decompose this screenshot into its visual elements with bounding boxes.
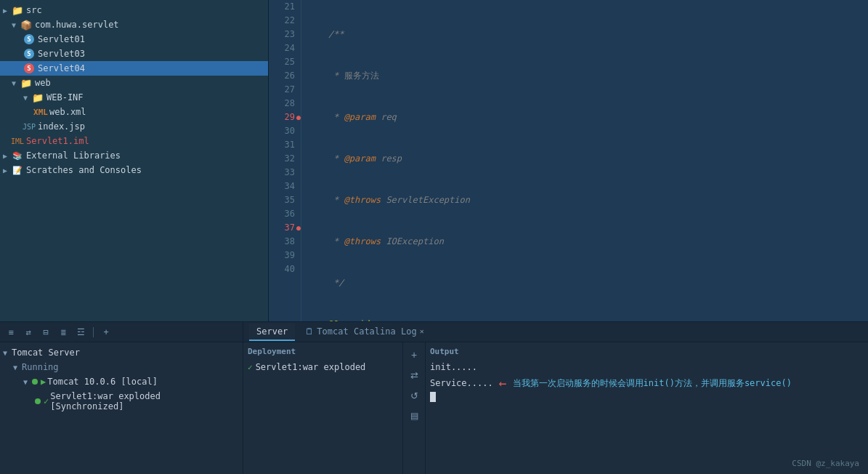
sidebar-item-webinf[interactable]: ▼ 📁 WEB-INF — [0, 90, 268, 105]
tab-server[interactable]: Server — [249, 324, 295, 341]
more-btn[interactable]: ☲ — [74, 326, 87, 339]
sort-btn[interactable]: ⇄ — [22, 326, 35, 339]
deploy-refresh-btn[interactable]: ↺ — [406, 387, 422, 403]
tomcat-version-label: Tomcat 10.0.6 [local] — [47, 377, 158, 387]
output-line-2: Service..... — [430, 377, 493, 390]
add-btn[interactable]: + — [100, 326, 113, 339]
output-text: init..... Service..... ← 当我第一次启动服务的时候会调用… — [430, 361, 864, 403]
ln-22: 22 — [275, 14, 295, 28]
folder-icon: 📁 — [32, 92, 44, 103]
sidebar-item-extlibs[interactable]: ▶ 📚 External Libraries — [0, 148, 268, 163]
ln-24: 24 — [275, 41, 295, 55]
deploy-sync-btn[interactable]: ⇄ — [406, 367, 422, 383]
sidebar-item-indexjsp[interactable]: JSP index.jsp — [0, 119, 268, 134]
deployment-panel: Deployment ✓ Servlet1:war exploded — [243, 342, 403, 474]
deployment-label: Servlet1:war exploded [Synchronized] — [50, 391, 237, 411]
ln-29: 29 — [275, 111, 295, 124]
deployment-list-item: ✓ Servlet1:war exploded — [248, 361, 398, 374]
bottom-panel: ≡ ⇄ ⊟ ≣ ☲ + ▼ Tomcat Server ▼ Running — [0, 321, 868, 474]
output-line-1: init..... — [430, 361, 864, 374]
scratch-icon: 📝 — [12, 164, 23, 176]
tomcat-instance[interactable]: ▼ ▶ Tomcat 10.0.6 [local] — [0, 374, 243, 389]
code-line-21: /** — [307, 28, 862, 41]
tab-server-label: Server — [256, 326, 288, 337]
deploy-status-dot — [35, 398, 41, 404]
iml-icon: IML — [12, 135, 23, 147]
sidebar-label-src: src — [26, 5, 42, 15]
sidebar-item-servlet03[interactable]: S Servlet03 — [0, 47, 268, 61]
sidebar-item-servlet01[interactable]: S Servlet01 — [0, 32, 268, 47]
line-numbers: 21 22 23 24 25 26 27 28 29 30 31 32 33 3… — [269, 0, 301, 321]
panel-toolbar: ≡ ⇄ ⊟ ≣ ☲ + — [0, 322, 243, 342]
ln-35: 35 — [275, 193, 295, 207]
output-header: Output — [430, 347, 864, 356]
folder-icon: 📁 — [20, 77, 32, 89]
filter-btn[interactable]: ≣ — [57, 326, 70, 339]
deploy-add-btn[interactable]: + — [406, 347, 422, 363]
tomcat-server-root[interactable]: ▼ Tomcat Server — [0, 345, 243, 360]
chevron-icon: ▼ — [12, 79, 19, 87]
deploy-check-icon: ✓ — [44, 396, 49, 406]
sidebar-item-iml[interactable]: IML Servlet1.iml — [0, 134, 268, 148]
deployment-header: Deployment — [248, 347, 398, 356]
sidebar-item-web[interactable]: ▼ 📁 web — [0, 76, 268, 90]
sidebar-label-scratches: Scratches and Consoles — [26, 165, 142, 175]
ln-27: 27 — [275, 83, 295, 97]
panel-right: Server 🗒 Tomcat Catalina Log ✕ Deploymen… — [243, 322, 868, 474]
sidebar-label-servlet04: Servlet04 — [38, 63, 85, 73]
java-icon: S — [23, 33, 35, 45]
panel-left: ≡ ⇄ ⊟ ≣ ☲ + ▼ Tomcat Server ▼ Running — [0, 322, 243, 474]
ln-38: 38 — [275, 235, 295, 249]
ln-32: 32 — [275, 152, 295, 166]
watermark: CSDN @z_kakaya — [792, 459, 859, 468]
deploy-terminal-btn[interactable]: ▤ — [406, 408, 422, 424]
java-icon: S — [23, 48, 35, 60]
sidebar-label-iml: Servlet1.iml — [26, 136, 89, 146]
ln-31: 31 — [275, 138, 295, 152]
code-editor: 21 22 23 24 25 26 27 28 29 30 31 32 33 3… — [269, 0, 868, 321]
code-lines[interactable]: /** * 服务方法 * @param req * @param resp * … — [301, 0, 868, 321]
align-left-btn[interactable]: ≡ — [4, 326, 17, 339]
sidebar-item-scratches[interactable]: ▶ 📝 Scratches and Consoles — [0, 163, 268, 177]
deployment-item[interactable]: ✓ Servlet1:war exploded [Synchronized] — [0, 389, 243, 414]
code-line-24: * @param resp — [307, 152, 862, 166]
chevron-icon: ▶ — [3, 166, 10, 174]
arrow-icon: ← — [499, 377, 507, 390]
deployment-area: Deployment ✓ Servlet1:war exploded + ⇄ ↺… — [243, 342, 868, 474]
sidebar-label-package: com.huwa.servlet — [35, 20, 119, 30]
tab-log-label: Tomcat Catalina Log — [317, 326, 416, 337]
sidebar-item-servlet04[interactable]: S Servlet04 — [0, 61, 268, 76]
code-line-25: * @throws ServletException — [307, 193, 862, 207]
chevron-icon: ▼ — [3, 349, 10, 356]
chevron-icon: ▼ — [23, 378, 31, 385]
status-indicator — [32, 379, 38, 385]
ln-21: 21 — [275, 0, 295, 14]
tomcat-server-label: Tomcat Server — [12, 348, 80, 358]
chevron-icon: ▼ — [12, 21, 19, 28]
tab-tomcat-log[interactable]: 🗒 Tomcat Catalina Log ✕ — [298, 324, 431, 341]
group-btn[interactable]: ⊟ — [39, 326, 52, 339]
java-selected-icon: S — [23, 63, 35, 74]
code-line-22: * 服务方法 — [307, 69, 862, 83]
ext-icon: 📚 — [12, 150, 23, 161]
ln-33: 33 — [275, 166, 295, 180]
sidebar-item-package[interactable]: ▼ 📦 com.huwa.servlet — [0, 17, 268, 32]
chevron-icon: ▶ — [3, 7, 10, 14]
sidebar-item-src[interactable]: ▶ 📁 src — [0, 3, 268, 17]
running-label: ▼ Running — [0, 360, 243, 374]
folder-icon: 📁 — [12, 4, 23, 16]
chevron-icon: ▼ — [23, 94, 31, 101]
code-line-23: * @param req — [307, 111, 862, 124]
deploy-side-buttons: + ⇄ ↺ ▤ — [403, 342, 426, 474]
running-text: Running — [22, 362, 59, 372]
ln-34: 34 — [275, 180, 295, 193]
annotation-text: 当我第一次启动服务的时候会调用init()方法，并调用服务service() — [513, 377, 792, 390]
sidebar-label-servlet01: Servlet01 — [38, 34, 85, 44]
code-content: 21 22 23 24 25 26 27 28 29 30 31 32 33 3… — [269, 0, 868, 321]
sidebar-item-webxml[interactable]: XML web.xml — [0, 105, 268, 119]
ln-23: 23 — [275, 28, 295, 41]
output-panel: Output init..... Service..... ← 当我第一次启动服… — [426, 342, 868, 474]
sidebar-label-indexjsp: index.jsp — [38, 121, 85, 132]
close-tab-btn[interactable]: ✕ — [420, 327, 424, 335]
sidebar-label-webxml: web.xml — [49, 107, 86, 117]
